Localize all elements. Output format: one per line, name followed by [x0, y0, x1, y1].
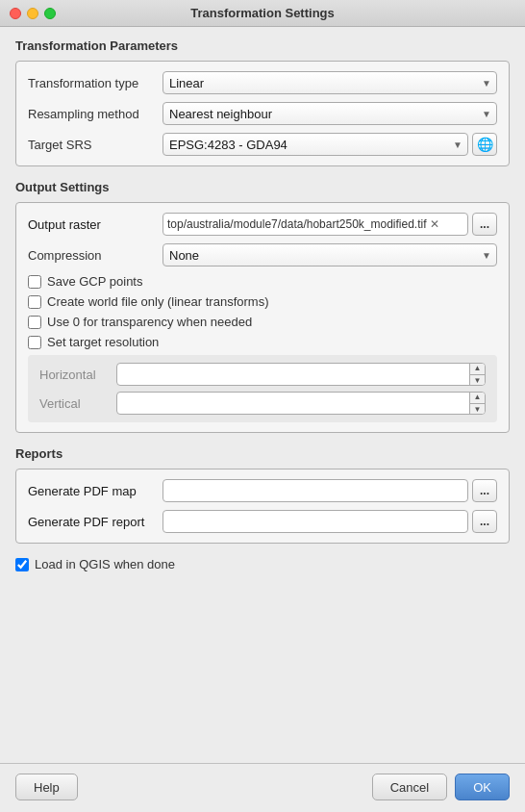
output-raster-clear-icon[interactable]: ✕: [427, 216, 442, 232]
pdf-map-browse-button[interactable]: ...: [472, 479, 497, 502]
transformation-parameters-label: Transformation Parameters: [15, 38, 510, 53]
world-file-row: Create world file only (linear transform…: [28, 294, 497, 309]
target-srs-select-wrapper: EPSG:4283 - GDA94 EPSG:4326 - WGS 84 ▼: [162, 133, 468, 156]
maximize-button[interactable]: [44, 8, 56, 19]
horizontal-row: Horizontal 0,00000 ▲ ▼: [39, 363, 486, 386]
save-gcp-checkbox[interactable]: [28, 275, 41, 289]
transparency-checkbox[interactable]: [28, 316, 41, 329]
transformation-type-select-wrapper: Linear Helmert Polynomial 1 Polynomial 2…: [162, 71, 497, 94]
target-srs-row: Target SRS EPSG:4283 - GDA94 EPSG:4326 -…: [28, 133, 497, 156]
horizontal-spin-buttons: ▲ ▼: [469, 363, 485, 386]
target-resolution-checkbox[interactable]: [28, 336, 41, 349]
traffic-lights: [10, 8, 56, 19]
pdf-report-input[interactable]: [162, 510, 468, 533]
resampling-method-select[interactable]: Nearest neighbour Linear Cubic Cubic Spl…: [162, 102, 497, 125]
horizontal-spin-up[interactable]: ▲: [470, 363, 485, 375]
world-file-label: Create world file only (linear transform…: [47, 294, 268, 309]
vertical-input[interactable]: -1,00000: [117, 396, 469, 411]
output-raster-input-wrap: top/australia/module7/data/hobart250k_mo…: [162, 213, 497, 236]
output-settings-box: Output raster top/australia/module7/data…: [15, 202, 510, 433]
transformation-type-label: Transformation type: [28, 76, 162, 90]
target-srs-browse-button[interactable]: 🌐: [472, 133, 497, 156]
output-raster-label: Output raster: [28, 217, 162, 232]
reports-label: Reports: [15, 446, 510, 461]
pdf-report-row: Generate PDF report ...: [28, 510, 497, 533]
vertical-row: Vertical -1,00000 ▲ ▼: [39, 392, 486, 415]
target-resolution-label: Set target resolution: [47, 335, 159, 349]
save-gcp-row: Save GCP points: [28, 274, 497, 289]
main-content: Transformation Parameters Transformation…: [0, 27, 525, 763]
horizontal-spin-down[interactable]: ▼: [470, 375, 485, 387]
transparency-label: Use 0 for transparency when needed: [47, 315, 252, 329]
load-qgis-row: Load in QGIS when done: [15, 557, 510, 571]
close-button[interactable]: [10, 8, 21, 19]
cancel-button[interactable]: Cancel: [372, 774, 447, 800]
vertical-spin-up[interactable]: ▲: [470, 392, 485, 404]
transformation-type-select[interactable]: Linear Helmert Polynomial 1 Polynomial 2…: [162, 71, 497, 94]
target-resolution-row: Set target resolution: [28, 335, 497, 349]
target-srs-select[interactable]: EPSG:4283 - GDA94 EPSG:4326 - WGS 84: [162, 133, 468, 156]
vertical-spin: -1,00000 ▲ ▼: [116, 392, 486, 415]
vertical-spin-buttons: ▲ ▼: [469, 392, 485, 415]
resolution-section: Horizontal 0,00000 ▲ ▼ Vertical -1,00000: [28, 355, 497, 422]
pdf-map-row: Generate PDF map ...: [28, 479, 497, 502]
reports-box: Generate PDF map ... Generate PDF report…: [15, 469, 510, 544]
footer: Help Cancel OK: [0, 763, 525, 812]
vertical-spin-down[interactable]: ▼: [470, 404, 485, 416]
output-raster-row: Output raster top/australia/module7/data…: [28, 213, 497, 236]
reports-section: Reports Generate PDF map ... Generate PD…: [15, 446, 510, 544]
output-settings-label: Output Settings: [15, 180, 510, 194]
transformation-parameters-section: Transformation Parameters Transformation…: [15, 38, 510, 166]
resampling-method-row: Resampling method Nearest neighbour Line…: [28, 102, 497, 125]
compression-select-wrapper: None LZW DEFLATE PACKBITS ▼: [162, 243, 497, 266]
target-srs-controls: EPSG:4283 - GDA94 EPSG:4326 - WGS 84 ▼ 🌐: [162, 133, 497, 156]
help-button[interactable]: Help: [15, 774, 78, 800]
footer-right: Cancel OK: [372, 774, 510, 800]
minimize-button[interactable]: [27, 8, 38, 19]
transparency-row: Use 0 for transparency when needed: [28, 315, 497, 329]
pdf-report-label: Generate PDF report: [28, 515, 162, 529]
horizontal-label: Horizontal: [39, 368, 116, 382]
pdf-report-browse-button[interactable]: ...: [472, 510, 497, 533]
output-raster-browse-button[interactable]: ...: [472, 213, 497, 236]
pdf-map-label: Generate PDF map: [28, 484, 162, 498]
ok-button[interactable]: OK: [455, 774, 510, 800]
target-srs-label: Target SRS: [28, 138, 162, 152]
window-title: Transformation Settings: [190, 6, 335, 20]
save-gcp-label: Save GCP points: [47, 274, 142, 289]
horizontal-spin: 0,00000 ▲ ▼: [116, 363, 486, 386]
horizontal-input[interactable]: 0,00000: [117, 368, 469, 382]
load-qgis-checkbox[interactable]: [15, 558, 29, 571]
load-qgis-label: Load in QGIS when done: [35, 557, 175, 571]
vertical-label: Vertical: [39, 396, 116, 411]
world-file-checkbox[interactable]: [28, 295, 41, 309]
transformation-parameters-box: Transformation type Linear Helmert Polyn…: [15, 61, 510, 166]
compression-select[interactable]: None LZW DEFLATE PACKBITS: [162, 243, 497, 266]
output-settings-section: Output Settings Output raster top/austra…: [15, 180, 510, 433]
compression-label: Compression: [28, 248, 162, 263]
pdf-map-input[interactable]: [162, 479, 468, 502]
transformation-type-row: Transformation type Linear Helmert Polyn…: [28, 71, 497, 94]
resampling-method-label: Resampling method: [28, 107, 162, 121]
titlebar: Transformation Settings: [0, 0, 525, 27]
output-raster-field: top/australia/module7/data/hobart250k_mo…: [162, 213, 468, 236]
resampling-method-select-wrapper: Nearest neighbour Linear Cubic Cubic Spl…: [162, 102, 497, 125]
compression-row: Compression None LZW DEFLATE PACKBITS ▼: [28, 243, 497, 266]
output-raster-value: top/australia/module7/data/hobart250k_mo…: [167, 217, 427, 231]
